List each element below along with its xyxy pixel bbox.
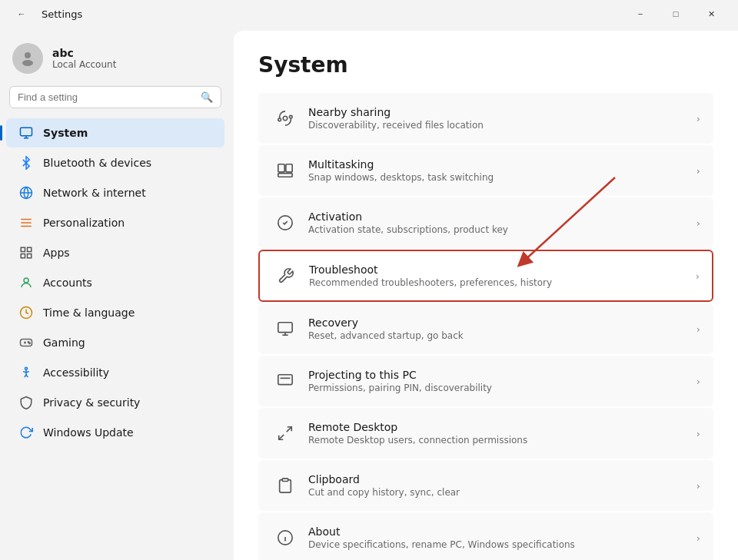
chevron-right-icon: › (696, 428, 700, 439)
settings-item-title: Multitasking (308, 158, 696, 171)
sidebar-item-label: Time & language (43, 307, 135, 319)
settings-item-subtitle: Recommended troubleshooters, preferences… (309, 277, 696, 288)
settings-item-clipboard[interactable]: Clipboard Cut and copy history, sync, cl… (258, 460, 713, 511)
settings-item-subtitle: Discoverability, received files location (308, 120, 696, 131)
title-bar-left: ← Settings (9, 2, 82, 26)
sidebar-item-time[interactable]: Time & language (6, 298, 224, 327)
sidebar: abc Local Account 🔍 System Bluetooth & d… (0, 28, 231, 560)
multitasking-icon (271, 157, 299, 184)
settings-item-title: Remote Desktop (308, 421, 696, 433)
chevron-right-icon: › (696, 113, 700, 124)
svg-point-13 (24, 278, 28, 283)
settings-item-subtitle: Activation state, subscriptions, product… (308, 224, 696, 235)
time-icon (18, 305, 34, 320)
settings-item-recovery[interactable]: Recovery Reset, advanced startup, go bac… (258, 303, 713, 354)
title-bar-title: Settings (42, 8, 82, 20)
sidebar-item-label: Windows Update (43, 426, 134, 439)
title-bar: ← Settings − □ ✕ (0, 0, 738, 28)
svg-rect-11 (28, 254, 32, 258)
minimize-button[interactable]: − (623, 2, 658, 26)
chevron-right-icon: › (696, 480, 700, 492)
svg-point-0 (25, 52, 31, 58)
sidebar-item-update[interactable]: Windows Update (6, 418, 224, 447)
settings-item-title: Clipboard (308, 473, 696, 485)
sidebar-item-accounts[interactable]: Accounts (6, 268, 224, 297)
settings-item-troubleshoot[interactable]: Troubleshoot Recommended troubleshooters… (258, 250, 713, 302)
settings-item-subtitle: Reset, advanced startup, go back (308, 330, 696, 341)
settings-item-title: Recovery (308, 316, 696, 329)
sidebar-item-label: Personalization (43, 217, 125, 229)
svg-rect-25 (278, 164, 284, 172)
sidebar-item-label: Accounts (43, 277, 92, 289)
svg-rect-29 (278, 323, 292, 333)
settings-item-projecting[interactable]: Projecting to this PC Permissions, pairi… (258, 356, 713, 406)
activation-icon (271, 209, 299, 237)
sidebar-item-privacy[interactable]: Privacy & security (6, 388, 224, 417)
svg-line-35 (279, 435, 284, 439)
about-icon (271, 524, 299, 552)
settings-item-title: Activation (308, 210, 696, 223)
settings-item-activation[interactable]: Activation Activation state, subscriptio… (258, 197, 713, 248)
svg-point-22 (278, 118, 281, 121)
privacy-icon (18, 395, 34, 410)
settings-item-subtitle: Remote Desktop users, connection permiss… (308, 435, 696, 446)
sidebar-item-system[interactable]: System (6, 118, 224, 147)
title-bar-controls: − □ ✕ (623, 2, 729, 26)
settings-item-text: Projecting to this PC Permissions, pairi… (308, 369, 696, 393)
bluetooth-icon (18, 155, 34, 171)
sidebar-item-personalization[interactable]: Personalization (6, 208, 224, 237)
sidebar-item-label: System (43, 127, 88, 139)
chevron-right-icon: › (696, 376, 700, 387)
search-input[interactable] (18, 91, 194, 103)
search-icon: 🔍 (201, 91, 213, 103)
sidebar-item-label: Accessibility (43, 366, 109, 379)
update-icon (18, 425, 34, 440)
settings-item-text: Activation Activation state, subscriptio… (308, 210, 696, 235)
sidebar-item-network[interactable]: Network & internet (6, 178, 224, 207)
app-body: abc Local Account 🔍 System Bluetooth & d… (0, 28, 738, 560)
settings-item-text: Troubleshoot Recommended troubleshooters… (309, 263, 696, 288)
search-box[interactable]: 🔍 (9, 86, 221, 108)
sidebar-item-label: Gaming (43, 336, 85, 349)
settings-item-title: About (308, 525, 696, 538)
svg-point-1 (22, 60, 33, 66)
settings-item-title: Troubleshoot (309, 263, 696, 276)
network-icon (18, 185, 34, 200)
svg-point-24 (283, 116, 288, 121)
svg-rect-27 (278, 174, 292, 177)
gaming-icon (18, 335, 34, 350)
user-name: abc (52, 47, 116, 59)
clipboard-icon (271, 472, 299, 499)
sidebar-item-gaming[interactable]: Gaming (6, 328, 224, 357)
remote-desktop-icon (271, 419, 299, 447)
chevron-right-icon: › (696, 217, 700, 229)
sidebar-item-accessibility[interactable]: Accessibility (6, 358, 224, 387)
settings-item-subtitle: Permissions, pairing PIN, discoverabilit… (308, 383, 696, 393)
nav-list: System Bluetooth & devices Network & int… (0, 118, 231, 448)
user-section: abc Local Account (0, 37, 231, 86)
svg-rect-12 (21, 254, 25, 258)
settings-item-multitasking[interactable]: Multitasking Snap windows, desktops, tas… (258, 145, 713, 196)
settings-item-text: Nearby sharing Discoverability, received… (308, 106, 696, 131)
sidebar-item-label: Privacy & security (43, 396, 140, 409)
page-title: System (258, 52, 713, 78)
settings-item-subtitle: Device specifications, rename PC, Window… (308, 539, 696, 550)
maximize-button[interactable]: □ (658, 2, 693, 26)
sidebar-item-apps[interactable]: Apps (6, 238, 224, 267)
svg-rect-26 (286, 164, 292, 172)
settings-item-title: Nearby sharing (308, 106, 696, 118)
svg-point-20 (25, 367, 28, 369)
settings-item-subtitle: Cut and copy history, sync, clear (308, 487, 696, 498)
settings-item-about[interactable]: About Device specifications, rename PC, … (258, 512, 713, 560)
nearby-sharing-icon (271, 104, 299, 132)
settings-item-remote-desktop[interactable]: Remote Desktop Remote Desktop users, con… (258, 408, 713, 459)
settings-item-text: About Device specifications, rename PC, … (308, 525, 696, 550)
svg-rect-9 (21, 247, 25, 251)
settings-item-nearby-sharing[interactable]: Nearby sharing Discoverability, received… (258, 93, 713, 144)
sidebar-item-bluetooth[interactable]: Bluetooth & devices (6, 148, 224, 177)
back-button[interactable]: ← (9, 2, 34, 26)
close-button[interactable]: ✕ (693, 2, 729, 26)
svg-rect-32 (278, 375, 292, 385)
system-icon (18, 125, 34, 141)
troubleshoot-icon (272, 262, 300, 290)
